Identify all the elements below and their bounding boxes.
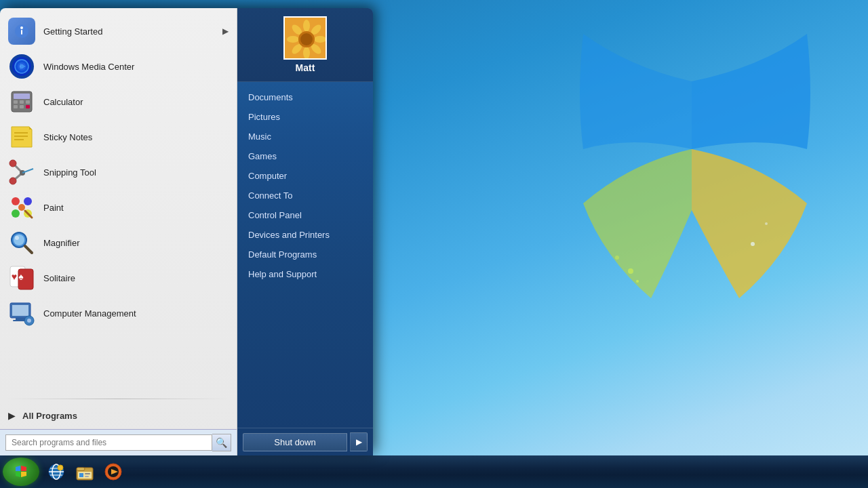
windows-logo-desktop <box>549 14 834 407</box>
svg-rect-19 <box>14 100 18 104</box>
right-item-documents[interactable]: Documents <box>237 87 373 107</box>
search-bar: 🔍 <box>0 429 237 455</box>
svg-point-37 <box>24 197 32 205</box>
svg-point-32 <box>9 160 16 167</box>
svg-point-1 <box>615 256 619 260</box>
svg-rect-10 <box>21 30 22 35</box>
all-programs-item[interactable]: ▶ All Programs <box>0 402 237 429</box>
right-item-control-panel[interactable]: Control Panel <box>237 205 373 225</box>
menu-item-calculator[interactable]: Calculator <box>0 84 237 119</box>
user-section: Matt <box>237 8 373 82</box>
snipping-tool-label: Snipping Tool <box>43 167 229 178</box>
snipping-tool-icon <box>8 159 35 186</box>
shutdown-arrow-button[interactable]: ▶ <box>350 432 368 451</box>
user-name: Matt <box>296 62 315 73</box>
svg-line-45 <box>25 246 32 253</box>
svg-marker-25 <box>12 127 32 147</box>
media-player-taskbar-icon[interactable] <box>101 460 125 484</box>
all-programs-label: All Programs <box>22 411 77 421</box>
right-item-games[interactable]: Games <box>237 146 373 166</box>
getting-started-arrow: ▶ <box>222 26 229 36</box>
svg-point-55 <box>27 319 31 323</box>
right-item-pictures[interactable]: Pictures <box>237 107 373 127</box>
desktop: Getting Started ▶ <box>0 0 868 488</box>
solitaire-label: Solitaire <box>43 273 229 283</box>
svg-point-73 <box>58 465 63 470</box>
svg-point-43 <box>14 235 24 245</box>
svg-rect-24 <box>26 105 30 108</box>
magnifier-icon <box>8 229 35 256</box>
search-input[interactable] <box>5 434 212 451</box>
menu-item-getting-started[interactable]: Getting Started ▶ <box>0 14 237 49</box>
menu-item-magnifier[interactable]: Magnifier <box>0 225 237 260</box>
start-menu: Getting Started ▶ <box>0 8 373 455</box>
svg-point-4 <box>765 222 768 225</box>
svg-point-38 <box>12 209 20 218</box>
svg-point-61 <box>303 47 310 59</box>
separator <box>8 399 229 399</box>
solitaire-icon: ♠ ♥ <box>8 264 35 291</box>
left-panel: Getting Started ▶ <box>0 8 237 455</box>
right-item-help-support[interactable]: Help and Support <box>237 264 373 284</box>
svg-point-44 <box>15 236 19 240</box>
all-programs-arrow-icon: ▶ <box>8 410 16 421</box>
menu-item-snipping-tool[interactable]: Snipping Tool <box>0 155 237 190</box>
shutdown-button[interactable]: Shut down <box>243 433 347 451</box>
svg-rect-18 <box>14 94 30 99</box>
svg-point-36 <box>12 197 20 205</box>
start-button[interactable] <box>3 458 39 486</box>
magnifier-label: Magnifier <box>43 238 229 248</box>
explorer-taskbar-icon[interactable] <box>73 460 97 484</box>
sticky-notes-icon <box>8 123 35 150</box>
menu-item-wmc[interactable]: Windows Media Center <box>0 49 237 84</box>
right-links: Documents Pictures Music Games Computer … <box>237 82 373 428</box>
menu-item-solitaire[interactable]: ♠ ♥ Solitaire <box>0 260 237 296</box>
svg-text:♥: ♥ <box>12 271 17 282</box>
svg-rect-75 <box>77 468 85 470</box>
svg-rect-20 <box>20 100 24 104</box>
right-item-computer[interactable]: Computer <box>237 166 373 186</box>
svg-rect-77 <box>79 473 83 477</box>
ie-taskbar-icon[interactable] <box>44 460 68 484</box>
svg-rect-23 <box>20 105 24 108</box>
svg-point-9 <box>20 26 23 29</box>
search-button[interactable]: 🔍 <box>212 434 231 451</box>
svg-rect-22 <box>14 105 18 108</box>
calculator-label: Calculator <box>43 97 229 107</box>
svg-rect-79 <box>85 476 89 477</box>
menu-item-computer-management[interactable]: Computer Management <box>0 296 237 331</box>
svg-point-63 <box>287 36 299 43</box>
getting-started-label: Getting Started <box>43 26 222 37</box>
paint-label: Paint <box>43 203 229 213</box>
svg-point-40 <box>18 204 25 211</box>
right-item-connect-to[interactable]: Connect To <box>237 186 373 205</box>
right-panel: Matt Documents Pictures Music Games Comp… <box>237 8 373 455</box>
svg-rect-78 <box>85 473 90 474</box>
calculator-icon <box>8 88 35 115</box>
svg-point-33 <box>9 178 16 184</box>
menu-item-paint[interactable]: Paint <box>0 190 237 225</box>
getting-started-icon <box>8 18 35 45</box>
svg-point-0 <box>628 268 633 274</box>
svg-point-57 <box>303 20 310 32</box>
svg-point-59 <box>314 36 326 43</box>
left-top: Getting Started ▶ <box>0 8 237 396</box>
paint-icon <box>8 194 35 221</box>
user-avatar <box>283 16 327 60</box>
right-bottom: Shut down ▶ <box>237 428 373 455</box>
menu-item-sticky-notes[interactable]: Sticky Notes <box>0 119 237 155</box>
right-item-devices-printers[interactable]: Devices and Printers <box>237 225 373 245</box>
svg-point-2 <box>636 280 639 283</box>
right-item-music[interactable]: Music <box>237 127 373 146</box>
wmc-label: Windows Media Center <box>43 62 229 72</box>
user-avatar-image <box>285 18 327 60</box>
right-item-default-programs[interactable]: Default Programs <box>237 245 373 264</box>
sticky-notes-label: Sticky Notes <box>43 132 229 142</box>
svg-text:♠: ♠ <box>18 271 24 282</box>
svg-point-3 <box>751 242 755 246</box>
computer-management-icon <box>8 300 35 327</box>
svg-rect-52 <box>16 318 25 320</box>
svg-rect-21 <box>26 100 30 104</box>
taskbar <box>0 455 868 488</box>
svg-point-66 <box>300 33 313 45</box>
